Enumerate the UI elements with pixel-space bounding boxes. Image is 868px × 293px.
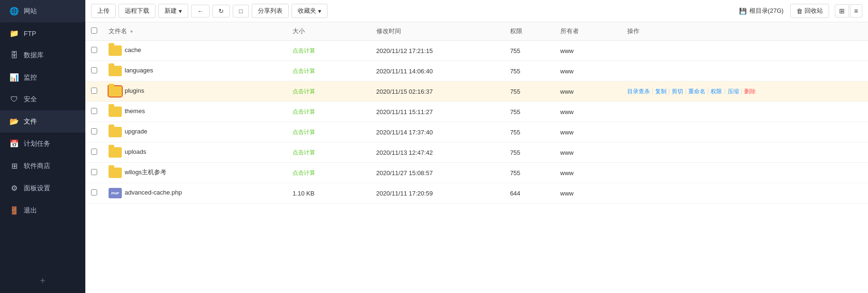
action-link[interactable]: 剪切 [672,88,683,96]
action-separator: | [724,88,725,96]
upload-button[interactable]: 上传 [91,4,116,18]
sidebar-item-website[interactable]: 🌐 网站 [0,0,85,22]
favorites-button[interactable]: 收藏夹 ▾ [292,4,328,18]
sidebar-item-appstore[interactable]: ⊞ 软件商店 [0,155,85,177]
row-checkbox[interactable] [91,108,97,114]
row-checkbox[interactable] [91,67,97,73]
calc-size-link[interactable]: 点击计算 [292,47,315,54]
row-checkbox[interactable] [91,47,97,53]
file-mtime-cell: 2020/11/15 02:16:37 [371,81,504,102]
file-size-cell[interactable]: 点击计算 [287,102,370,122]
file-name-cell[interactable]: languages [103,61,287,81]
table-row: PHPadvanced-cache.php1.10 KB2020/11/11 1… [85,183,868,204]
file-name-text: uploads [125,148,146,155]
action-link[interactable]: 压缩 [728,88,739,96]
sidebar-label-security: 安全 [24,95,37,104]
header-name[interactable]: 文件名 ▾ [103,22,287,41]
sidebar-label-files: 文件 [24,117,37,126]
path-label: 根目录(27G) [749,7,784,15]
folder-icon [109,86,122,97]
file-size-cell[interactable]: 点击计算 [287,41,370,61]
row-checkbox[interactable] [91,88,97,94]
folder-icon [109,127,122,137]
file-actions-cell [621,61,868,81]
file-size-cell[interactable]: 点击计算 [287,81,370,102]
file-actions-cell [621,122,868,142]
toolbar: 上传 远程下载 新建 ▾ ← ↻ □ 分享列表 收藏夹 ▾ 💾 根目录(27G) [85,0,868,22]
file-perm-cell: 755 [504,81,555,102]
name-sort-icon: ▾ [130,29,133,34]
action-link[interactable]: 权限 [711,88,722,96]
calc-size-link[interactable]: 点击计算 [292,108,315,115]
row-checkbox[interactable] [91,128,97,134]
database-icon: 🗄 [9,51,19,60]
action-separator: | [741,88,742,96]
remote-download-button[interactable]: 远程下载 [119,4,155,18]
terminal-button[interactable]: □ [233,5,249,18]
back-button[interactable]: ← [191,5,210,18]
sidebar-add-button[interactable]: + [0,269,85,293]
sidebar-item-tasks[interactable]: 📅 计划任务 [0,133,85,155]
file-perm-cell: 755 [504,102,555,122]
sidebar-item-logout[interactable]: 🚪 退出 [0,199,85,222]
file-size-cell[interactable]: 点击计算 [287,122,370,142]
file-actions-cell [621,102,868,122]
new-button[interactable]: 新建 ▾ [158,4,188,18]
sidebar-label-appstore: 软件商店 [24,162,50,170]
action-separator: | [668,88,670,96]
file-name-cell[interactable]: wllogs主机参考 [103,163,287,183]
calc-size-link[interactable]: 点击计算 [292,88,315,95]
file-name-cell[interactable]: plugins [103,81,287,102]
sidebar-label-ftp: FTP [24,30,36,37]
file-perm-cell: 644 [504,183,555,204]
action-link[interactable]: 重命名 [688,88,705,96]
tasks-icon: 📅 [9,139,19,148]
back-icon: ← [197,8,203,15]
action-separator: | [707,88,709,96]
action-link[interactable]: 删除 [744,88,756,96]
file-name-cell[interactable]: cache [103,41,287,61]
file-name-cell[interactable]: PHPadvanced-cache.php [103,183,287,204]
share-list-label: 分享列表 [258,7,283,15]
file-perm-cell: 755 [504,122,555,142]
file-size-cell[interactable]: 点击计算 [287,142,370,163]
file-size-cell[interactable]: 点击计算 [287,163,370,183]
view-toggle: ⊞ ≡ [835,4,862,18]
action-link[interactable]: 目录查杀 [627,88,650,96]
recycle-icon: 🗑 [796,8,803,15]
row-checkbox[interactable] [91,189,97,195]
folder-icon [109,45,122,56]
file-size-cell[interactable]: 点击计算 [287,61,370,81]
select-all-checkbox[interactable] [91,27,97,34]
view-list-button[interactable]: ≡ [850,4,862,18]
file-actions-cell [621,41,868,61]
recycle-bin-button[interactable]: 🗑 回收站 [790,4,829,18]
calc-size-link[interactable]: 点击计算 [292,169,315,176]
sidebar-item-database[interactable]: 🗄 数据库 [0,44,85,66]
php-icon: PHP [109,188,122,198]
sidebar-item-files[interactable]: 📂 文件 [0,110,85,133]
table-header-row: 文件名 ▾ 大小 修改时间 权限 所有者 [85,22,868,41]
calc-size-link[interactable]: 点击计算 [292,129,315,135]
sidebar-label-tasks: 计划任务 [24,140,50,148]
table-row: wllogs主机参考点击计算2020/11/27 15:08:57755www [85,163,868,183]
file-name-cell[interactable]: upgrade [103,122,287,142]
sidebar-item-ftp[interactable]: 📁 FTP [0,22,85,44]
row-checkbox[interactable] [91,149,97,155]
sidebar-item-panel[interactable]: ⚙ 面板设置 [0,177,85,199]
share-list-button[interactable]: 分享列表 [252,4,289,18]
file-name-text: wllogs主机参考 [125,169,166,176]
sidebar-item-security[interactable]: 🛡 安全 [0,89,85,110]
refresh-button[interactable]: ↻ [212,5,230,18]
monitor-icon: 📊 [9,73,19,82]
calc-size-link[interactable]: 点击计算 [292,149,315,156]
row-checkbox[interactable] [91,169,97,175]
file-name-cell[interactable]: uploads [103,142,287,163]
action-link[interactable]: 复制 [655,88,667,96]
file-mtime-cell: 2020/11/11 14:06:40 [371,61,504,81]
view-grid-button[interactable]: ⊞ [835,4,849,18]
sidebar-label-website: 网站 [24,7,37,16]
sidebar-item-monitor[interactable]: 📊 监控 [0,66,85,89]
calc-size-link[interactable]: 点击计算 [292,68,315,74]
file-name-cell[interactable]: themes [103,102,287,122]
